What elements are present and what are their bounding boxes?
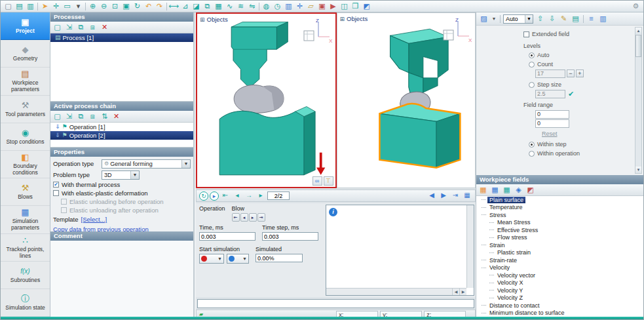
problem-type-select[interactable]: 3D ▼ [102,170,140,180]
chevron-down-icon[interactable]: ▼ [242,256,247,261]
undo-icon[interactable]: ↶ [143,1,154,11]
levels-count-radio[interactable] [529,62,535,68]
scroll-up-icon[interactable]: ▲ [635,28,641,34]
move-operation-icon[interactable]: ⇅ [99,111,110,121]
sidebar-item-tracked-points-lines[interactable]: ∴Tracked points, lines [1,234,50,262]
first-step-button[interactable]: ⇤ [220,191,231,201]
within-operation-radio[interactable] [529,151,535,157]
step-size-input[interactable] [535,90,565,98]
sidebar-item-blows[interactable]: ⚒Blows [1,178,50,206]
decrease-levels-icon[interactable]: ⇩ [546,14,558,24]
apply-check-icon[interactable]: ✔ [568,90,574,98]
chevron-down-icon[interactable]: ▼ [525,15,533,23]
within-step-radio[interactable] [529,142,535,148]
paste-process-icon[interactable]: ⧈ [87,22,98,32]
levels-auto-radio[interactable] [529,52,535,58]
log-vertical-scrollbar[interactable] [466,205,474,288]
flow-lines-icon[interactable]: ≋ [235,1,246,11]
video-capture-icon[interactable]: ▶ [328,1,339,11]
count-minus-button[interactable]: − [567,70,575,77]
time-field[interactable] [199,232,256,241]
histogram-icon[interactable]: ▥ [597,14,609,24]
field-item-velocity-x[interactable]: Velocity X [476,279,643,287]
log-horizontal-scrollbar[interactable]: ◀ ▶ [326,288,466,295]
blow-first-button[interactable]: ⇤ [232,213,240,222]
field-item-velocity-y[interactable]: Velocity Y [476,287,643,294]
field-item-strain[interactable]: Strain [476,241,643,249]
rotate-view-icon[interactable]: ↻ [132,1,143,11]
operation-type-select[interactable]: ⚙ General forming ▼ [102,159,191,169]
play-button[interactable]: ▸ [210,191,219,201]
sidebar-item-simulation-state[interactable]: ⓘSimulation state [1,289,50,317]
blow-next-button[interactable]: ▸ [249,213,257,222]
screen-mode-icon[interactable]: ▭ [62,1,73,11]
settings-gear-icon[interactable]: ⚙ [630,1,641,11]
legend-display-icon[interactable]: ≡ [586,14,597,24]
blow-last-button[interactable]: ⇥ [257,213,265,222]
field-palette-icon[interactable]: ◩ [525,185,536,195]
scroll-left-icon[interactable]: ◀ [452,289,459,295]
field-table-2-icon[interactable]: ▦ [489,185,501,195]
add-operation-icon[interactable]: ▢ [52,111,63,121]
next-record-button[interactable]: ▶ [438,191,449,201]
simulation-mode-button[interactable]: ▼ [227,254,249,264]
save-palette-icon[interactable]: ▤ [570,14,581,24]
chart-icon[interactable]: ▥ [283,1,294,11]
field-probe-icon[interactable]: ✛ [294,1,305,11]
field-item-velocity-vector[interactable]: Velocity vector [476,271,643,279]
viewport-left[interactable]: ⊞ Objects Z X [196,12,337,188]
scroll-thumb[interactable] [635,35,641,57]
pan-icon[interactable]: ✛ [50,1,62,11]
insert-operation-icon[interactable]: ⇲ [64,111,75,121]
increase-levels-icon[interactable]: ⇧ [535,14,546,24]
sidebar-item-tool-parameters[interactable]: ⚒Tool parameters [1,96,50,123]
new-icon[interactable]: ▢ [3,1,14,11]
comment-area[interactable] [50,241,193,317]
chevron-down-icon[interactable]: ▼ [181,160,190,168]
delete-process-icon[interactable]: ✕ [99,22,110,32]
count-plus-button[interactable]: + [576,70,584,77]
palette-icon[interactable]: ◩ [361,1,372,11]
mesh-icon[interactable]: ▦ [213,1,224,11]
field-item-distance-to-contact[interactable]: Distance to contact [476,302,643,310]
prev-step-button[interactable]: ◂ [232,191,242,201]
field-item-velocity-z[interactable]: Velocity Z [476,294,643,302]
symmetry-icon[interactable]: ⇋ [246,1,257,11]
copy-process-icon[interactable]: ⧉ [75,22,86,32]
field-display-icon[interactable]: ▨ [478,14,489,24]
tree-item-operation[interactable]: ⇓⚑Operation [1] [50,123,193,131]
angle-measure-icon[interactable]: ⊿ [180,1,191,11]
start-simulation-button[interactable]: ▼ [199,254,224,264]
field-item-flow-stress[interactable]: Flow stress [476,234,643,242]
window-layout-icon[interactable]: ◫ [339,1,350,11]
notes-icon[interactable]: ▱ [305,1,316,11]
time-graph-icon[interactable]: ◷ [272,1,283,11]
globe-icon[interactable]: ◍ [261,1,272,11]
sidebar-item-workpiece-parameters[interactable]: ▤Workpiece parameters [1,68,50,95]
records-table-button[interactable]: ▦ [462,191,472,201]
section-icon[interactable]: ◪ [191,1,202,11]
zoom-window-icon[interactable]: ⊡ [109,1,121,11]
field-item-effective-stress[interactable]: Effective Stress [476,226,643,234]
blow-prev-button[interactable]: ◂ [240,213,248,222]
chevron-down-icon[interactable]: ▼ [130,171,139,179]
copy-operation-icon[interactable]: ⧉ [75,111,86,121]
scroll-right-icon[interactable]: ▶ [459,289,466,295]
zoom-fit-icon[interactable]: ▣ [121,1,132,11]
sidebar-item-geometry[interactable]: ◆Geometry [1,40,50,68]
zoom-in-icon[interactable]: ⊕ [87,1,98,11]
redo-icon[interactable]: ↷ [154,1,165,11]
paste-operation-icon[interactable]: ⧈ [87,111,98,121]
screen-dropdown-icon[interactable]: ▾ [73,1,84,11]
field-item-stress[interactable]: Stress [476,211,643,219]
last-record-button[interactable]: ⇥ [450,191,461,201]
simulation-log-panel[interactable]: i ◀ ▶ [326,205,474,296]
save-all-icon[interactable]: ▥ [25,1,36,11]
link-view-button[interactable]: ∞ [313,176,322,186]
clip-plane-icon[interactable]: ⧉ [202,1,213,11]
delete-operation-icon[interactable]: ✕ [111,111,122,121]
sidebar-item-stop-conditions[interactable]: ◉Stop conditions [1,123,50,151]
reset-link[interactable]: Reset [542,130,558,137]
import-process-icon[interactable]: ⇲ [64,22,75,32]
template-select-link[interactable]: [Select...] [81,216,107,223]
